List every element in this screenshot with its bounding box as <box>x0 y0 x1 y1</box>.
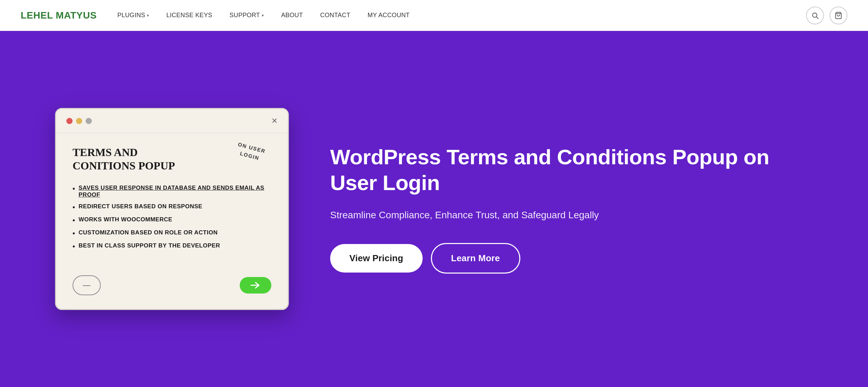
popup-titlebar: ✕ <box>56 109 288 133</box>
nav-item-support[interactable]: SUPPORT ▾ <box>229 12 264 19</box>
list-item: CUSTOMIZATION BASED ON ROLE OR ACTION <box>73 229 271 237</box>
popup-body: TERMS AND CONITIONS POPUP ON USERLOGIN S… <box>56 133 288 267</box>
hero-content: WordPress Terms and Conditions Popup on … <box>330 144 813 274</box>
popup-mockup: ✕ TERMS AND CONITIONS POPUP ON USERLOGIN… <box>55 108 289 310</box>
svg-line-1 <box>816 17 818 19</box>
cart-button[interactable] <box>829 7 847 24</box>
popup-features-list: SAVES USER RESPONSE IN DATABASE AND SEND… <box>73 185 271 251</box>
hero-subtitle: Streamline Compliance, Enhance Trust, an… <box>330 208 813 222</box>
nav-item-about[interactable]: ABOUT <box>281 12 303 19</box>
hero-buttons: View Pricing Learn More <box>330 243 813 274</box>
window-minimize-dot <box>76 118 82 124</box>
popup-minus-button[interactable]: — <box>73 275 101 295</box>
nav-item-contact[interactable]: CONTACT <box>320 12 350 19</box>
list-item: SAVES USER RESPONSE IN DATABASE AND SEND… <box>73 185 271 198</box>
window-close-dot <box>66 118 73 124</box>
hero-title: WordPress Terms and Conditions Popup on … <box>330 144 813 196</box>
arc-text-line1: ON USERLOGIN <box>235 140 267 164</box>
logo[interactable]: LEHEL MATYUS <box>21 10 97 21</box>
main-nav: PLUGINS ▾ LICENSE KEYS SUPPORT ▾ ABOUT C… <box>117 12 806 19</box>
hero-section: ✕ TERMS AND CONITIONS POPUP ON USERLOGIN… <box>0 31 868 387</box>
list-item: REDIRECT USERS BASED ON RESPONSE <box>73 203 271 211</box>
cart-icon <box>835 12 842 19</box>
chevron-down-icon: ▾ <box>147 13 149 18</box>
learn-more-button[interactable]: Learn More <box>431 243 520 274</box>
search-button[interactable] <box>806 7 824 24</box>
nav-item-plugins[interactable]: PLUGINS ▾ <box>117 12 149 19</box>
window-controls <box>66 118 92 124</box>
arrow-right-icon <box>251 282 260 289</box>
header: LEHEL MATYUS PLUGINS ▾ LICENSE KEYS SUPP… <box>0 0 868 31</box>
chevron-down-icon: ▾ <box>262 13 264 18</box>
popup-footer: — <box>56 267 288 309</box>
view-pricing-button[interactable]: View Pricing <box>330 244 423 273</box>
nav-item-license-keys[interactable]: LICENSE KEYS <box>166 12 213 19</box>
window-maximize-dot <box>86 118 92 124</box>
list-item: BEST IN CLASS SUPPORT BY THE DEVELOPER <box>73 242 271 251</box>
list-item: WORKS WITH WOOCOMMERCE <box>73 216 271 224</box>
search-icon <box>811 12 819 19</box>
arc-label: ON USERLOGIN <box>229 139 273 165</box>
header-actions <box>806 7 847 24</box>
popup-arrow-button[interactable] <box>240 277 271 294</box>
close-icon[interactable]: ✕ <box>271 117 278 125</box>
nav-item-my-account[interactable]: MY ACCOUNT <box>368 12 410 19</box>
popup-title: TERMS AND CONITIONS POPUP <box>73 146 189 172</box>
